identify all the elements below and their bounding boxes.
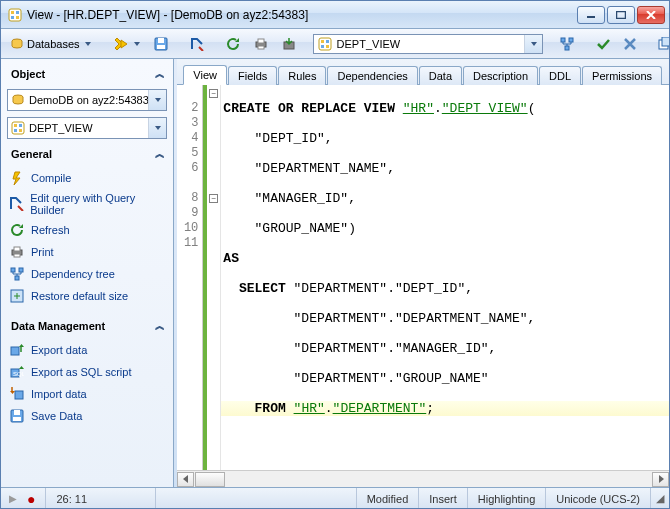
edit-query-toolbar-button[interactable] (185, 33, 209, 55)
sidebar-item-edit-query[interactable]: Edit query with Query Builder (7, 189, 167, 219)
fold-toggle[interactable]: − (209, 194, 218, 203)
main-area: Object ︽ DemoDB on ayz2:54383 DEPT_VIEW … (1, 59, 669, 487)
collapse-toggle[interactable]: ︽ (155, 67, 163, 81)
export-toolbar-button[interactable] (277, 33, 301, 55)
sidebar-item-label: Refresh (31, 224, 70, 236)
line-number: 10 (177, 221, 202, 236)
lightning-icon (9, 170, 25, 186)
sidebar-item-export-sql[interactable]: SQL Export as SQL script (7, 361, 167, 383)
view-icon (314, 36, 333, 52)
sidebar-item-dependency-tree[interactable]: Dependency tree (7, 263, 167, 285)
object-selector-value: DEPT_VIEW (333, 38, 524, 50)
svg-rect-4 (16, 16, 19, 19)
svg-rect-5 (587, 16, 595, 18)
tab-permissions[interactable]: Permissions (582, 66, 662, 85)
line-number: 6 (177, 161, 202, 176)
combo-dropdown-button[interactable] (524, 35, 542, 53)
minimize-button[interactable] (577, 6, 605, 24)
code-body[interactable]: CREATE OR REPLACE VIEW "HR"."DEPT_VIEW"(… (221, 85, 669, 470)
svg-rect-17 (326, 40, 329, 43)
cancel-toolbar-button[interactable] (619, 33, 641, 55)
sidebar-item-print[interactable]: Print (7, 241, 167, 263)
combo-dropdown-button[interactable] (148, 90, 166, 110)
status-cursor: 26: 11 (46, 488, 156, 509)
tab-data[interactable]: Data (419, 66, 462, 85)
save-toolbar-button[interactable] (149, 33, 173, 55)
tab-label: Fields (238, 70, 267, 82)
tab-ddl[interactable]: DDL (539, 66, 581, 85)
line-number: 8 (177, 191, 202, 206)
tab-description[interactable]: Description (463, 66, 538, 85)
svg-rect-19 (326, 45, 329, 48)
svg-rect-35 (11, 268, 15, 272)
print-toolbar-button[interactable] (249, 33, 273, 55)
horizontal-scrollbar[interactable] (177, 470, 669, 487)
line-gutter: 2 3 4 5 6 8 9 10 11 (177, 85, 203, 470)
resize-grip[interactable]: ◢ (651, 492, 669, 505)
sidebar-item-label: Restore default size (31, 290, 128, 302)
line-number: 9 (177, 206, 202, 221)
object-selector-combo[interactable]: DEPT_VIEW (313, 34, 543, 54)
maximize-button[interactable] (607, 6, 635, 24)
scroll-thumb[interactable] (195, 472, 225, 487)
scroll-right-button[interactable] (652, 472, 669, 487)
sidebar-item-export-data[interactable]: Export data (7, 339, 167, 361)
line-number: 4 (177, 131, 202, 146)
status-modified: Modified (357, 488, 420, 509)
play-icon[interactable]: ▶ (9, 493, 17, 504)
sidebar-item-import-data[interactable]: Import data (7, 383, 167, 405)
svg-rect-29 (19, 124, 22, 127)
export-icon (9, 342, 25, 358)
sidebar-item-restore-size[interactable]: Restore default size (7, 285, 167, 307)
view-combo-value: DEPT_VIEW (25, 122, 148, 134)
fold-toggle[interactable]: − (209, 89, 218, 98)
database-combo[interactable]: DemoDB on ayz2:54383 (7, 89, 167, 111)
chevron-down-icon (155, 98, 161, 102)
tab-view[interactable]: View (183, 65, 227, 85)
collapse-toggle[interactable]: ︽ (155, 319, 163, 333)
sidebar-item-label: Print (31, 246, 54, 258)
tree-toolbar-button[interactable] (555, 33, 579, 55)
svg-rect-0 (9, 9, 21, 21)
apply-toolbar-button[interactable] (591, 33, 615, 55)
status-highlight: Highlighting (468, 488, 546, 509)
compile-toolbar-button[interactable] (108, 33, 145, 55)
databases-label: Databases (27, 38, 80, 50)
general-heading: General (11, 148, 52, 160)
combo-dropdown-button[interactable] (148, 118, 166, 138)
svg-rect-12 (258, 39, 264, 43)
record-icon[interactable]: ● (27, 491, 35, 507)
svg-rect-34 (14, 254, 20, 257)
line-number (177, 86, 202, 101)
sidebar-item-refresh[interactable]: Refresh (7, 219, 167, 241)
view-combo[interactable]: DEPT_VIEW (7, 117, 167, 139)
tab-dependencies[interactable]: Dependencies (327, 66, 417, 85)
svg-rect-10 (157, 45, 165, 49)
refresh-toolbar-button[interactable] (221, 33, 245, 55)
panel-head-data-mgmt: Data Management ︽ (5, 317, 169, 335)
panel-head-object: Object ︽ (5, 65, 169, 83)
titlebar: View - [HR.DEPT_VIEW] - [DemoDB on ayz2:… (1, 1, 669, 29)
sql-editor[interactable]: 2 3 4 5 6 8 9 10 11 − − CREATE OR REPLAC… (177, 85, 669, 470)
sidebar-item-save-data[interactable]: Save Data (7, 405, 167, 427)
sidebar-item-compile[interactable]: Compile (7, 167, 167, 189)
close-button[interactable] (637, 6, 665, 24)
tree-icon (9, 266, 25, 282)
tab-fields[interactable]: Fields (228, 66, 277, 85)
new-window-toolbar-button[interactable] (653, 33, 670, 55)
line-number: 3 (177, 116, 202, 131)
app-icon (7, 7, 23, 23)
window-title: View - [HR.DEPT_VIEW] - [DemoDB on ayz2:… (27, 8, 308, 22)
sidebar-item-label: Export as SQL script (31, 366, 131, 378)
tab-label: Dependencies (337, 70, 407, 82)
tab-label: Rules (288, 70, 316, 82)
fold-column: − − (207, 85, 221, 470)
databases-dropdown[interactable]: Databases (5, 33, 96, 55)
tab-rules[interactable]: Rules (278, 66, 326, 85)
svg-rect-18 (321, 45, 324, 48)
collapse-toggle[interactable]: ︽ (155, 147, 163, 161)
svg-rect-30 (14, 129, 17, 132)
sidebar-item-label: Import data (31, 388, 87, 400)
scroll-left-button[interactable] (177, 472, 194, 487)
restore-icon (9, 288, 25, 304)
